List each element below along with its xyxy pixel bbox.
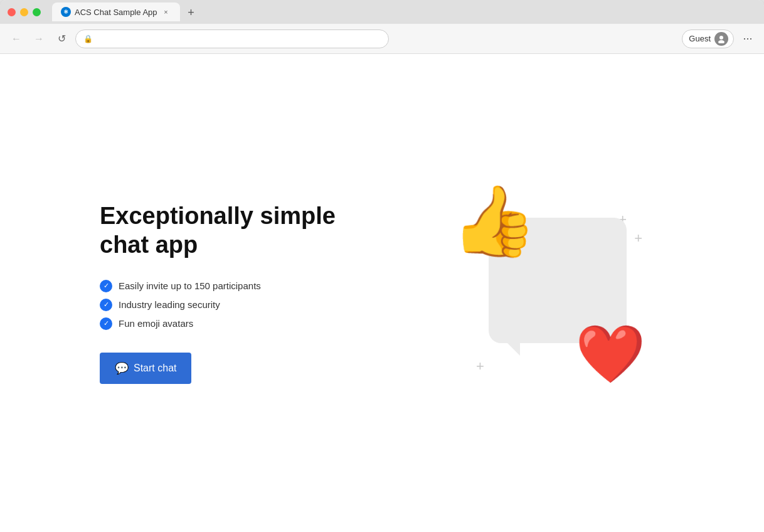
title-bar: ⚛ ACS Chat Sample App × + — [0, 0, 764, 24]
page-content: Exceptionally simple chat app ✓ Easily i… — [0, 54, 764, 532]
heart-icon: ❤️ — [575, 321, 645, 387]
tab-close-button[interactable]: × — [161, 7, 171, 17]
check-icon: ✓ — [100, 299, 112, 311]
headline-line1: Exceptionally simple — [100, 203, 336, 229]
more-options-button[interactable]: ··· — [739, 30, 756, 48]
left-content: Exceptionally simple chat app ✓ Easily i… — [100, 202, 376, 383]
content-wrapper: Exceptionally simple chat app ✓ Easily i… — [100, 180, 664, 406]
tab-title: ACS Chat Sample App — [75, 8, 157, 17]
start-chat-button[interactable]: 💬 Start chat — [100, 353, 191, 384]
new-tab-button[interactable]: + — [183, 4, 200, 21]
profile-label: Guest — [689, 34, 711, 43]
feature-text: Fun emoji avatars — [119, 318, 193, 329]
forward-button[interactable]: → — [30, 30, 48, 48]
nav-bar: ← → ↺ 🔒 Guest ··· — [0, 24, 764, 54]
traffic-lights — [8, 8, 41, 16]
list-item: ✓ Industry leading security — [100, 299, 376, 311]
address-bar[interactable]: 🔒 — [75, 29, 389, 48]
close-window-button[interactable] — [8, 8, 16, 16]
headline-line2: chat app — [100, 231, 198, 258]
decoration-plus-2: + — [634, 230, 642, 247]
refresh-button[interactable]: ↺ — [53, 30, 70, 48]
chat-icon: 💬 — [115, 361, 129, 375]
svg-point-0 — [719, 36, 723, 40]
check-icon: ✓ — [100, 280, 112, 292]
profile-area: Guest ··· — [682, 29, 756, 48]
svg-point-1 — [718, 40, 724, 43]
minimize-window-button[interactable] — [20, 8, 28, 16]
browser-window: ⚛ ACS Chat Sample App × + ← → ↺ 🔒 Guest — [0, 0, 764, 532]
illustration: + + + 👍 ❤️ — [426, 180, 664, 406]
list-item: ✓ Easily invite up to 150 participants — [100, 280, 376, 292]
thumbs-up-icon: 👍 — [451, 186, 537, 255]
list-item: ✓ Fun emoji avatars — [100, 317, 376, 330]
lock-icon: 🔒 — [83, 35, 93, 43]
back-button[interactable]: ← — [8, 30, 25, 48]
decoration-plus-3: + — [476, 358, 484, 375]
features-list: ✓ Easily invite up to 150 participants ✓… — [100, 280, 376, 330]
tab-favicon: ⚛ — [61, 7, 71, 17]
profile-button[interactable]: Guest — [682, 29, 734, 48]
profile-avatar — [714, 32, 728, 46]
tabs-area: ⚛ ACS Chat Sample App × + — [52, 3, 756, 21]
start-chat-label: Start chat — [134, 363, 176, 374]
check-icon: ✓ — [100, 317, 112, 330]
headline: Exceptionally simple chat app — [100, 202, 376, 259]
feature-text: Industry leading security — [119, 299, 220, 310]
maximize-window-button[interactable] — [33, 8, 41, 16]
feature-text: Easily invite up to 150 participants — [119, 280, 261, 291]
active-tab[interactable]: ⚛ ACS Chat Sample App × — [52, 3, 180, 21]
